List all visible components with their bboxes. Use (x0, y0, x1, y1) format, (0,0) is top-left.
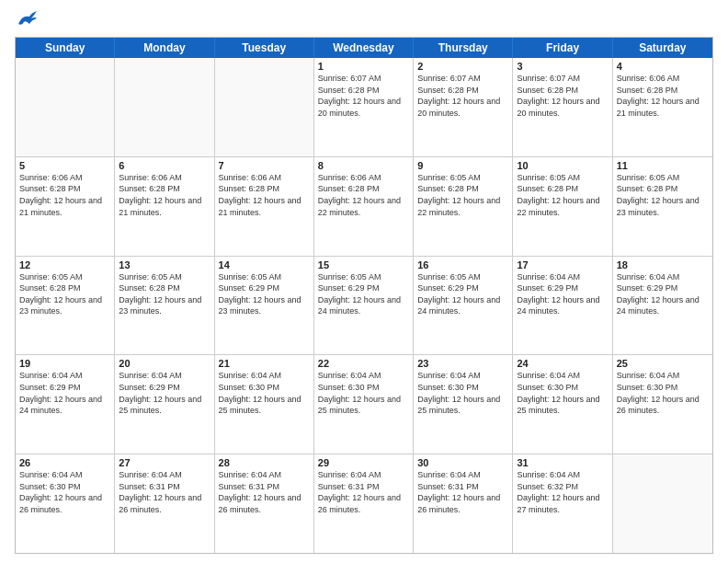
day-number: 19 (19, 358, 110, 369)
calendar-cell: 3Sunrise: 6:07 AMSunset: 6:28 PMDaylight… (513, 58, 612, 156)
calendar-cell: 29Sunrise: 6:04 AMSunset: 6:31 PMDayligh… (314, 454, 414, 553)
day-number: 7 (219, 160, 310, 171)
day-info: Sunrise: 6:05 AMSunset: 6:28 PMDaylight:… (19, 271, 110, 317)
day-info: Sunrise: 6:04 AMSunset: 6:32 PMDaylight:… (517, 469, 608, 515)
bird-icon (17, 11, 37, 28)
day-header-monday: Monday (115, 38, 214, 58)
day-number: 17 (517, 259, 608, 270)
calendar-week-4: 19Sunrise: 6:04 AMSunset: 6:29 PMDayligh… (16, 355, 712, 454)
day-info: Sunrise: 6:06 AMSunset: 6:28 PMDaylight:… (617, 73, 709, 119)
calendar-cell: 16Sunrise: 6:05 AMSunset: 6:29 PMDayligh… (414, 257, 513, 355)
day-number: 31 (517, 457, 608, 468)
day-info: Sunrise: 6:04 AMSunset: 6:29 PMDaylight:… (517, 271, 608, 317)
calendar-cell: 25Sunrise: 6:04 AMSunset: 6:30 PMDayligh… (613, 355, 712, 454)
day-info: Sunrise: 6:04 AMSunset: 6:31 PMDaylight:… (119, 469, 210, 515)
calendar-cell: 6Sunrise: 6:06 AMSunset: 6:28 PMDaylight… (115, 157, 214, 256)
logo (15, 11, 37, 29)
day-info: Sunrise: 6:05 AMSunset: 6:28 PMDaylight:… (517, 172, 608, 218)
day-info: Sunrise: 6:04 AMSunset: 6:30 PMDaylight:… (417, 370, 508, 416)
day-info: Sunrise: 6:04 AMSunset: 6:30 PMDaylight:… (19, 469, 110, 515)
calendar-cell: 14Sunrise: 6:05 AMSunset: 6:29 PMDayligh… (215, 257, 314, 355)
day-info: Sunrise: 6:04 AMSunset: 6:30 PMDaylight:… (517, 370, 608, 416)
day-number: 23 (417, 358, 508, 369)
day-number: 9 (417, 160, 508, 171)
day-info: Sunrise: 6:05 AMSunset: 6:29 PMDaylight:… (219, 271, 310, 317)
day-number: 12 (19, 259, 110, 270)
calendar-week-2: 5Sunrise: 6:06 AMSunset: 6:28 PMDaylight… (16, 157, 712, 257)
day-info: Sunrise: 6:07 AMSunset: 6:28 PMDaylight:… (417, 73, 508, 119)
day-info: Sunrise: 6:07 AMSunset: 6:28 PMDaylight:… (318, 73, 409, 119)
day-info: Sunrise: 6:05 AMSunset: 6:28 PMDaylight:… (119, 271, 210, 317)
day-number: 30 (417, 457, 508, 468)
day-number: 25 (617, 358, 709, 369)
day-number: 26 (19, 457, 110, 468)
day-info: Sunrise: 6:06 AMSunset: 6:28 PMDaylight:… (219, 172, 310, 218)
day-number: 27 (119, 457, 210, 468)
day-number: 8 (318, 160, 409, 171)
day-number: 6 (119, 160, 210, 171)
header (15, 11, 713, 29)
day-info: Sunrise: 6:06 AMSunset: 6:28 PMDaylight:… (19, 172, 110, 218)
calendar-cell: 21Sunrise: 6:04 AMSunset: 6:30 PMDayligh… (215, 355, 314, 454)
day-number: 29 (318, 457, 409, 468)
day-header-friday: Friday (513, 38, 612, 58)
calendar-cell: 18Sunrise: 6:04 AMSunset: 6:29 PMDayligh… (613, 257, 712, 355)
day-info: Sunrise: 6:04 AMSunset: 6:30 PMDaylight:… (318, 370, 409, 416)
day-number: 13 (119, 259, 210, 270)
calendar-cell (613, 454, 712, 553)
day-number: 14 (219, 259, 310, 270)
day-info: Sunrise: 6:05 AMSunset: 6:28 PMDaylight:… (617, 172, 709, 218)
page: SundayMondayTuesdayWednesdayThursdayFrid… (0, 0, 728, 563)
calendar-cell: 26Sunrise: 6:04 AMSunset: 6:30 PMDayligh… (16, 454, 115, 553)
day-number: 15 (318, 259, 409, 270)
calendar-cell: 17Sunrise: 6:04 AMSunset: 6:29 PMDayligh… (513, 257, 612, 355)
calendar: SundayMondayTuesdayWednesdayThursdayFrid… (15, 37, 713, 554)
day-header-thursday: Thursday (414, 38, 513, 58)
day-number: 2 (417, 61, 508, 72)
day-info: Sunrise: 6:04 AMSunset: 6:31 PMDaylight:… (417, 469, 508, 515)
day-number: 20 (119, 358, 210, 369)
day-number: 24 (517, 358, 608, 369)
day-number: 11 (617, 160, 709, 171)
calendar-week-1: 1Sunrise: 6:07 AMSunset: 6:28 PMDaylight… (16, 58, 712, 157)
calendar-cell: 8Sunrise: 6:06 AMSunset: 6:28 PMDaylight… (314, 157, 414, 256)
day-number: 10 (517, 160, 608, 171)
calendar-cell: 5Sunrise: 6:06 AMSunset: 6:28 PMDaylight… (16, 157, 115, 256)
day-number: 1 (318, 61, 409, 72)
day-header-tuesday: Tuesday (215, 38, 314, 58)
calendar-cell: 7Sunrise: 6:06 AMSunset: 6:28 PMDaylight… (215, 157, 314, 256)
calendar-cell (215, 58, 314, 156)
day-info: Sunrise: 6:04 AMSunset: 6:29 PMDaylight:… (119, 370, 210, 416)
day-number: 28 (219, 457, 310, 468)
calendar-cell (16, 58, 115, 156)
day-info: Sunrise: 6:04 AMSunset: 6:30 PMDaylight:… (617, 370, 709, 416)
day-number: 22 (318, 358, 409, 369)
calendar-cell: 27Sunrise: 6:04 AMSunset: 6:31 PMDayligh… (115, 454, 214, 553)
day-info: Sunrise: 6:05 AMSunset: 6:29 PMDaylight:… (318, 271, 409, 317)
day-number: 18 (617, 259, 709, 270)
calendar-cell: 28Sunrise: 6:04 AMSunset: 6:31 PMDayligh… (215, 454, 314, 553)
day-number: 21 (219, 358, 310, 369)
calendar-cell: 15Sunrise: 6:05 AMSunset: 6:29 PMDayligh… (314, 257, 414, 355)
day-number: 16 (417, 259, 508, 270)
calendar-cell: 2Sunrise: 6:07 AMSunset: 6:28 PMDaylight… (414, 58, 513, 156)
day-info: Sunrise: 6:04 AMSunset: 6:30 PMDaylight:… (219, 370, 310, 416)
calendar-cell: 23Sunrise: 6:04 AMSunset: 6:30 PMDayligh… (414, 355, 513, 454)
day-info: Sunrise: 6:05 AMSunset: 6:29 PMDaylight:… (417, 271, 508, 317)
day-info: Sunrise: 6:04 AMSunset: 6:31 PMDaylight:… (318, 469, 409, 515)
calendar-cell: 20Sunrise: 6:04 AMSunset: 6:29 PMDayligh… (115, 355, 214, 454)
calendar-cell: 31Sunrise: 6:04 AMSunset: 6:32 PMDayligh… (513, 454, 612, 553)
day-header-sunday: Sunday (16, 38, 115, 58)
day-number: 5 (19, 160, 110, 171)
day-number: 3 (517, 61, 608, 72)
calendar-cell: 11Sunrise: 6:05 AMSunset: 6:28 PMDayligh… (613, 157, 712, 256)
calendar-cell: 4Sunrise: 6:06 AMSunset: 6:28 PMDaylight… (613, 58, 712, 156)
day-header-saturday: Saturday (613, 38, 712, 58)
calendar-cell: 19Sunrise: 6:04 AMSunset: 6:29 PMDayligh… (16, 355, 115, 454)
calendar-cell: 24Sunrise: 6:04 AMSunset: 6:30 PMDayligh… (513, 355, 612, 454)
day-info: Sunrise: 6:04 AMSunset: 6:29 PMDaylight:… (19, 370, 110, 416)
calendar-cell: 13Sunrise: 6:05 AMSunset: 6:28 PMDayligh… (115, 257, 214, 355)
day-info: Sunrise: 6:04 AMSunset: 6:31 PMDaylight:… (219, 469, 310, 515)
calendar-header-row: SundayMondayTuesdayWednesdayThursdayFrid… (16, 38, 712, 58)
calendar-week-3: 12Sunrise: 6:05 AMSunset: 6:28 PMDayligh… (16, 257, 712, 356)
